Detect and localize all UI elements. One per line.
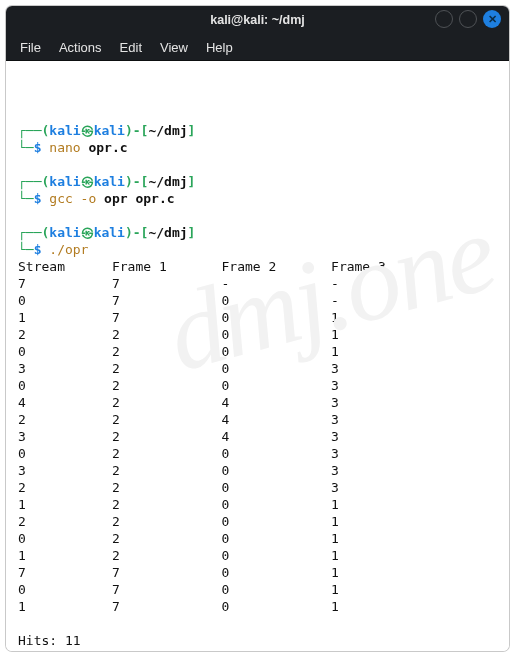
menu-actions[interactable]: Actions [59, 40, 102, 55]
close-button[interactable]: ✕ [483, 10, 501, 28]
terminal-window: kali@kali: ~/dmj ✕ File Actions Edit Vie… [6, 6, 509, 651]
minimize-button[interactable] [435, 10, 453, 28]
menu-file[interactable]: File [20, 40, 41, 55]
maximize-button[interactable] [459, 10, 477, 28]
terminal-output: ┌──(kali㉿kali)-[~/dmj] └─$ nano opr.c ┌─… [18, 122, 497, 651]
menu-view[interactable]: View [160, 40, 188, 55]
terminal-body[interactable]: dmj.one ┌──(kali㉿kali)-[~/dmj] └─$ nano … [6, 61, 509, 651]
window-titlebar: kali@kali: ~/dmj ✕ [6, 6, 509, 34]
menu-edit[interactable]: Edit [120, 40, 142, 55]
window-title: kali@kali: ~/dmj [210, 13, 305, 27]
menu-bar: File Actions Edit View Help [6, 34, 509, 61]
menu-help[interactable]: Help [206, 40, 233, 55]
window-controls: ✕ [435, 10, 501, 28]
